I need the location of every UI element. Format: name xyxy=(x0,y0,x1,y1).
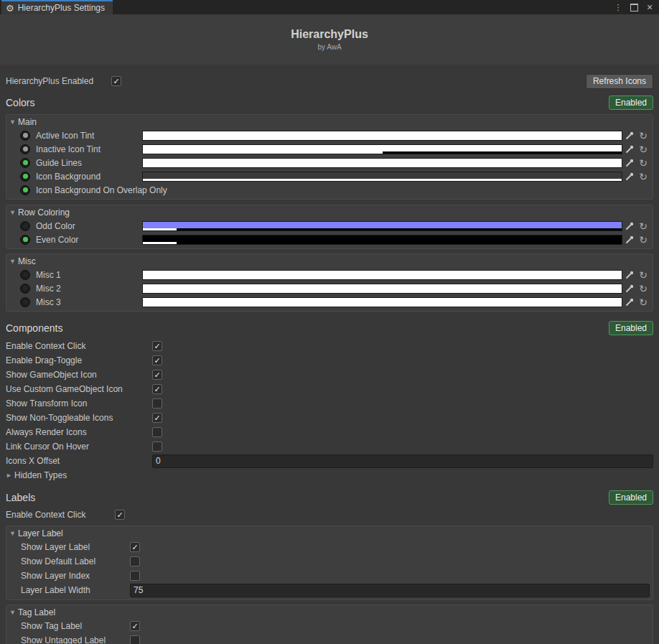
labels-enable-context-click-checkbox[interactable]: ✓ xyxy=(115,510,125,520)
hidden-types-foldout[interactable]: ► Hidden Types xyxy=(6,468,653,482)
show-transform-icon-checkbox[interactable] xyxy=(152,398,162,409)
color-swatch[interactable] xyxy=(142,270,622,280)
color-enable-toggle[interactable] xyxy=(20,185,30,195)
toggle-dot xyxy=(23,299,28,304)
reset-icon[interactable]: ↻ xyxy=(637,270,650,280)
color-swatch[interactable] xyxy=(142,172,622,182)
color-enable-toggle[interactable] xyxy=(20,221,30,231)
setting-row-show-tag-label: Show Tag Label ✓ xyxy=(9,619,650,633)
color-label: Misc 3 xyxy=(36,297,142,307)
enable-context-click-checkbox[interactable]: ✓ xyxy=(152,341,162,351)
color-row-even-color: Even Color ↻ xyxy=(9,233,650,246)
reset-icon[interactable]: ↻ xyxy=(637,235,650,245)
misc-foldout[interactable]: ▼ Misc xyxy=(9,255,650,268)
color-swatch[interactable] xyxy=(142,144,622,154)
layer-label-width-input[interactable]: 75 xyxy=(130,584,650,597)
plugin-enabled-checkbox[interactable]: ✓ xyxy=(111,76,121,86)
color-enable-toggle[interactable] xyxy=(20,235,30,245)
alpha-bar xyxy=(143,242,622,244)
window-menu-button[interactable]: ⋮ xyxy=(614,1,622,13)
setting-row-layer-label-width: Layer Label Width 75 xyxy=(9,583,650,597)
close-button[interactable]: × xyxy=(645,1,654,13)
setting-row-show-default-label: Show Default Label xyxy=(9,554,650,569)
eyedropper-icon[interactable] xyxy=(622,172,637,181)
colors-enabled-badge[interactable]: Enabled xyxy=(609,95,653,110)
setting-row-show-transform-icon: Show Transform Icon xyxy=(6,396,653,411)
show-tag-label-checkbox[interactable]: ✓ xyxy=(130,621,140,631)
close-icon: × xyxy=(647,1,653,13)
color-row-guide-lines: Guide Lines ↻ xyxy=(9,156,650,169)
color-row-odd-color: Odd Color ↻ xyxy=(9,219,650,233)
tag-label-group: ▼ Tag Label Show Tag Label ✓ Show Untagg… xyxy=(6,605,653,644)
eyedropper-icon[interactable] xyxy=(622,271,637,279)
row-coloring-group: ▼ Row Coloring Odd Color ↻ Even Color ↻ xyxy=(6,205,653,249)
reset-icon[interactable]: ↻ xyxy=(637,158,650,168)
reset-icon[interactable]: ↻ xyxy=(637,297,650,307)
show-untagged-label-checkbox[interactable] xyxy=(130,635,140,644)
color-swatch[interactable] xyxy=(142,131,622,141)
use-custom-gameobject-icon-checkbox[interactable]: ✓ xyxy=(152,384,162,394)
setting-row-show-non-toggleable-icons: Show Non-Toggleable Icons ✓ xyxy=(6,411,653,425)
color-row-inactive-icon-tint: Inactive Icon Tint ↻ xyxy=(9,142,650,156)
always-render-icons-checkbox[interactable] xyxy=(152,427,162,437)
show-gameobject-icon-checkbox[interactable]: ✓ xyxy=(152,370,162,380)
tab-hierarchyplus-settings[interactable]: ⚙ HierarchyPlus Settings xyxy=(1,0,113,14)
components-section-title: Components xyxy=(6,322,62,334)
color-row-misc-1: Misc 1 ↻ xyxy=(9,268,650,281)
color-enable-toggle[interactable] xyxy=(20,144,30,154)
main-foldout[interactable]: ▼ Main xyxy=(9,116,650,129)
reset-icon[interactable]: ↻ xyxy=(637,131,650,141)
labels-section-title: Labels xyxy=(6,492,35,503)
enable-drag-toggle-checkbox[interactable]: ✓ xyxy=(152,355,162,365)
color-enable-toggle[interactable] xyxy=(20,284,30,294)
color-enable-toggle[interactable] xyxy=(20,297,30,307)
icons-x-offset-input[interactable]: 0 xyxy=(152,454,653,468)
color-swatch[interactable] xyxy=(142,158,622,168)
eyedropper-icon[interactable] xyxy=(622,222,637,230)
reset-icon[interactable]: ↻ xyxy=(637,284,650,294)
color-label: Misc 2 xyxy=(36,284,142,294)
reset-icon[interactable]: ↻ xyxy=(637,172,650,182)
main-colors-group: ▼ Main Active Icon Tint ↻ Inactive Icon … xyxy=(6,114,653,200)
colors-section-header: Colors Enabled xyxy=(6,95,653,111)
color-swatch[interactable] xyxy=(142,221,622,231)
show-default-label-checkbox[interactable] xyxy=(130,556,140,566)
check-icon: ✓ xyxy=(154,342,160,350)
color-enable-toggle[interactable] xyxy=(20,158,30,168)
reset-icon[interactable]: ↻ xyxy=(637,144,650,154)
layer-label-foldout[interactable]: ▼ Layer Label xyxy=(9,527,650,540)
color-row-icon-background: Icon Background ↻ xyxy=(9,169,650,183)
color-swatch[interactable] xyxy=(142,284,622,294)
tag-label-foldout[interactable]: ▼ Tag Label xyxy=(9,606,650,619)
eyedropper-icon[interactable] xyxy=(622,145,637,154)
show-layer-label-checkbox[interactable]: ✓ xyxy=(130,542,140,552)
eyedropper-icon[interactable] xyxy=(622,159,637,167)
toggle-dot xyxy=(23,286,28,291)
components-enabled-badge[interactable]: Enabled xyxy=(609,321,653,335)
check-icon: ✓ xyxy=(113,78,119,85)
color-enable-toggle[interactable] xyxy=(20,172,30,182)
maximize-button[interactable] xyxy=(630,1,638,13)
color-enable-toggle[interactable] xyxy=(20,270,30,280)
reset-icon[interactable]: ↻ xyxy=(637,221,650,231)
toggle-dot xyxy=(23,174,28,179)
check-icon: ✓ xyxy=(131,622,138,630)
color-label: Even Color xyxy=(36,235,142,245)
row-coloring-foldout[interactable]: ▼ Row Coloring xyxy=(9,206,650,219)
color-swatch[interactable] xyxy=(142,235,622,245)
color-enable-toggle[interactable] xyxy=(20,131,30,141)
toggle-dot xyxy=(23,272,28,277)
setting-row-always-render-icons: Always Render Icons xyxy=(6,425,653,439)
eyedropper-icon[interactable] xyxy=(622,284,637,293)
eyedropper-icon[interactable] xyxy=(622,298,637,307)
foldout-closed-icon: ► xyxy=(6,472,14,479)
refresh-icons-button[interactable]: Refresh Icons xyxy=(586,74,653,89)
link-cursor-on-hover-checkbox[interactable] xyxy=(152,442,162,452)
color-swatch[interactable] xyxy=(142,297,622,307)
eyedropper-icon[interactable] xyxy=(622,131,637,140)
show-non-toggleable-icons-checkbox[interactable]: ✓ xyxy=(152,413,162,423)
eyedropper-icon[interactable] xyxy=(622,235,637,244)
labels-section-header: Labels Enabled xyxy=(6,490,653,505)
labels-enabled-badge[interactable]: Enabled xyxy=(609,490,653,505)
show-layer-index-checkbox[interactable] xyxy=(130,571,140,581)
